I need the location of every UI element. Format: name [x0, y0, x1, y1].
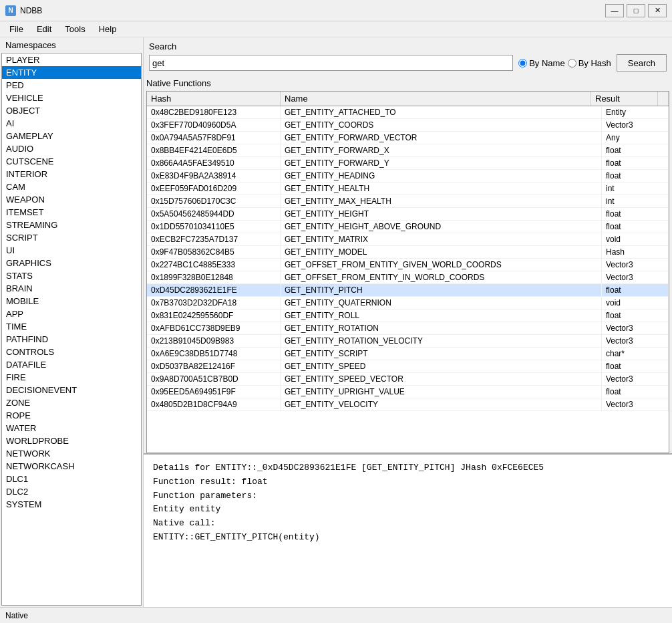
namespace-item[interactable]: CONTROLS [2, 346, 141, 358]
cell-result: Vector3 [602, 373, 669, 385]
namespaces-label: Namespaces [0, 37, 143, 53]
table-row[interactable]: 0xEEF059FAD016D209GET_ENTITY_HEALTHint [147, 182, 669, 195]
namespace-item[interactable]: WEAPON [2, 193, 141, 206]
cell-result: int [602, 195, 669, 207]
table-row[interactable]: 0x48C2BED9180FE123GET_ENTITY_ATTACHED_TO… [147, 106, 669, 119]
table-row[interactable]: 0xD45DC2893621E1FEGET_ENTITY_PITCHfloat [147, 284, 669, 297]
namespace-item[interactable]: AI [2, 117, 141, 130]
namespace-item[interactable]: STREAMING [2, 219, 141, 231]
menu-help[interactable]: Help [92, 23, 124, 35]
namespace-item[interactable]: PLAYER [2, 53, 141, 66]
namespace-item[interactable]: BRAIN [2, 282, 141, 295]
table-row[interactable]: 0x866A4A5FAE349510GET_ENTITY_FORWARD_Yfl… [147, 157, 669, 170]
table-row[interactable]: 0x4805D2B1D8CF94A9GET_ENTITY_VELOCITYVec… [147, 398, 669, 411]
namespace-item[interactable]: WORLDPROBE [2, 434, 141, 447]
menu-edit[interactable]: Edit [30, 23, 58, 35]
menu-file[interactable]: File [3, 23, 30, 35]
table-row[interactable]: 0x7B3703D2D32DFA18GET_ENTITY_QUATERNIONv… [147, 297, 669, 309]
cell-name: GET_ENTITY_UPRIGHT_VALUE [281, 386, 602, 398]
search-button[interactable]: Search [617, 54, 667, 72]
namespace-item[interactable]: DECISIONEVENT [2, 384, 141, 396]
namespace-item[interactable]: PATHFIND [2, 333, 141, 346]
namespace-item[interactable]: ROPE [2, 409, 141, 422]
table-row[interactable]: 0xD5037BA82E12416FGET_ENTITY_SPEEDfloat [147, 360, 669, 373]
namespace-item[interactable]: MOBILE [2, 295, 141, 307]
cell-name: GET_ENTITY_ROTATION [281, 322, 602, 334]
namespace-item[interactable]: AUDIO [2, 142, 141, 155]
table-body[interactable]: 0x48C2BED9180FE123GET_ENTITY_ATTACHED_TO… [147, 106, 669, 453]
namespace-item[interactable]: APP [2, 307, 141, 320]
cell-result: float [602, 144, 669, 156]
table-row[interactable]: 0xECB2FC7235A7D137GET_ENTITY_MATRIXvoid [147, 233, 669, 246]
table-row[interactable]: 0xA6E9C38DB51D7748GET_ENTITY_SCRIPTchar* [147, 348, 669, 360]
namespace-list[interactable]: PLAYERENTITYPEDVEHICLEOBJECTAIGAMEPLAYAU… [1, 53, 142, 606]
cell-hash: 0x1DD55701034110E5 [147, 221, 281, 233]
app-icon: N [5, 5, 16, 16]
namespace-item[interactable]: GRAPHICS [2, 257, 141, 269]
cell-name: GET_ENTITY_MATRIX [281, 233, 602, 245]
cell-hash: 0x95EED5A694951F9F [147, 386, 281, 398]
table-row[interactable]: 0x3FEF770D40960D5AGET_ENTITY_COORDSVecto… [147, 119, 669, 132]
namespace-item[interactable]: NETWORK [2, 447, 141, 460]
by-name-option[interactable]: By Name [518, 58, 564, 68]
namespace-item[interactable]: ZONE [2, 396, 141, 409]
close-button[interactable]: ✕ [648, 4, 667, 17]
by-hash-radio[interactable] [568, 59, 576, 68]
minimize-button[interactable]: — [605, 4, 624, 17]
detail-line6: Entity entity [153, 503, 663, 517]
table-row[interactable]: 0x5A504562485944DDGET_ENTITY_HEIGHTfloat [147, 208, 669, 221]
namespace-item[interactable]: NETWORKCASH [2, 460, 141, 473]
by-name-radio[interactable] [518, 59, 527, 68]
table-row[interactable]: 0x1899F328B0E12848GET_OFFSET_FROM_ENTITY… [147, 271, 669, 284]
cell-result: Hash [602, 246, 669, 258]
table-row[interactable]: 0x8BB4EF4214E0E6D5GET_ENTITY_FORWARD_Xfl… [147, 144, 669, 157]
cell-result: Vector3 [602, 119, 669, 131]
namespace-item[interactable]: WATER [2, 422, 141, 434]
namespace-item[interactable]: STATS [2, 269, 141, 282]
menu-tools[interactable]: Tools [58, 23, 92, 35]
table-row[interactable]: 0x9F47B058362C84B5GET_ENTITY_MODELHash [147, 246, 669, 259]
table-row[interactable]: 0xAFBD61CC738D9EB9GET_ENTITY_ROTATIONVec… [147, 322, 669, 335]
cell-name: GET_ENTITY_SCRIPT [281, 348, 602, 360]
namespace-item[interactable]: CUTSCENE [2, 155, 141, 168]
by-hash-option[interactable]: By Hash [568, 58, 611, 68]
by-name-label: By Name [529, 58, 564, 68]
cell-hash: 0x866A4A5FAE349510 [147, 157, 281, 169]
table-row[interactable]: 0x2274BC1C4885E333GET_OFFSET_FROM_ENTITY… [147, 259, 669, 271]
cell-name: GET_ENTITY_FORWARD_VECTOR [281, 132, 602, 144]
table-row[interactable]: 0x1DD55701034110E5GET_ENTITY_HEIGHT_ABOV… [147, 221, 669, 233]
search-label: Search [149, 41, 667, 51]
namespace-item[interactable]: CAM [2, 180, 141, 193]
namespace-item[interactable]: INTERIOR [2, 168, 141, 180]
table-row[interactable]: 0x213B91045D09B983GET_ENTITY_ROTATION_VE… [147, 335, 669, 348]
namespace-item[interactable]: DLC2 [2, 485, 141, 498]
table-row[interactable]: 0x0A794A5A57F8DF91GET_ENTITY_FORWARD_VEC… [147, 132, 669, 144]
namespace-item[interactable]: ENTITY [2, 66, 141, 79]
namespace-item[interactable]: DATAFILE [2, 358, 141, 371]
cell-name: GET_ENTITY_HEALTH [281, 182, 602, 195]
table-row[interactable]: 0xE83D4F9BA2A38914GET_ENTITY_HEADINGfloa… [147, 170, 669, 182]
table-row[interactable]: 0x831E0242595560DFGET_ENTITY_ROLLfloat [147, 309, 669, 322]
namespace-item[interactable]: DLC1 [2, 473, 141, 485]
table-row[interactable]: 0x15D757606D170C3CGET_ENTITY_MAX_HEALTHi… [147, 195, 669, 208]
namespace-item[interactable]: ITEMSET [2, 206, 141, 219]
cell-result: void [602, 233, 669, 245]
namespace-item[interactable]: VEHICLE [2, 92, 141, 104]
table-row[interactable]: 0x95EED5A694951F9FGET_ENTITY_UPRIGHT_VAL… [147, 386, 669, 398]
search-area: Search By Name By Hash Search [144, 37, 672, 76]
maximize-button[interactable]: □ [627, 4, 645, 17]
cell-hash: 0x3FEF770D40960D5A [147, 119, 281, 131]
namespace-item[interactable]: TIME [2, 320, 141, 333]
namespace-item[interactable]: OBJECT [2, 104, 141, 117]
cell-result: float [602, 208, 669, 220]
namespace-item[interactable]: SYSTEM [2, 498, 141, 511]
namespace-item[interactable]: PED [2, 79, 141, 92]
namespace-item[interactable]: GAMEPLAY [2, 130, 141, 142]
cell-hash: 0x9A8D700A51CB7B0D [147, 373, 281, 385]
search-row: By Name By Hash Search [149, 54, 667, 72]
search-input[interactable] [149, 55, 513, 71]
namespace-item[interactable]: SCRIPT [2, 231, 141, 244]
table-row[interactable]: 0x9A8D700A51CB7B0DGET_ENTITY_SPEED_VECTO… [147, 373, 669, 386]
namespace-item[interactable]: UI [2, 244, 141, 257]
namespace-item[interactable]: FIRE [2, 371, 141, 384]
